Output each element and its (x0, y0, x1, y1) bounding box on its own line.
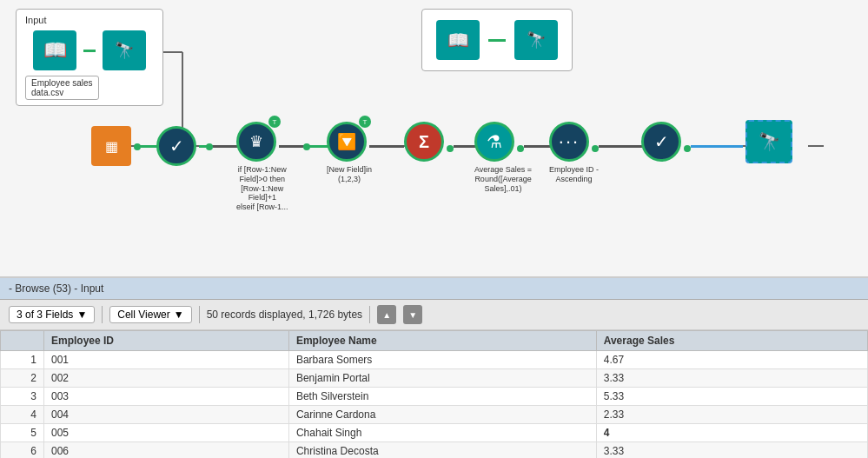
h-connector-4 (279, 145, 303, 148)
table-body: 1001Barbara Somers4.672002Benjamin Porta… (1, 351, 868, 459)
cell-average-sales: 3.33 (596, 369, 867, 388)
node-select1[interactable]: ✓ (156, 126, 196, 166)
top-right-group: 📖 🔭 (421, 9, 573, 71)
cell-record: 3 (1, 388, 44, 406)
browse-icon-2: 🔭 (527, 30, 546, 50)
browse-header: - Browse (53) - Input (0, 278, 868, 300)
filter2-label: [New Field]in(1,2,3) (327, 165, 372, 184)
flask-circle[interactable]: ⚗ (474, 122, 514, 162)
node-browse-input[interactable]: 🔭 (103, 30, 146, 70)
nav-down-button[interactable]: ▼ (403, 305, 422, 324)
cell-record: 1 (1, 351, 44, 369)
cell-average-sales: 3.33 (596, 442, 867, 459)
table-row: 4004Carinne Cardona2.33 (1, 406, 868, 424)
table-row: 5005Chahait Singh4 (1, 424, 868, 442)
filter-icon[interactable]: ▦ (91, 126, 131, 166)
top-right-input-node[interactable]: 📖 (436, 20, 480, 60)
cell-employee-id: 004 (44, 406, 289, 424)
table-row: 1001Barbara Somers4.67 (1, 351, 868, 369)
node-input[interactable]: 📖 (33, 30, 76, 70)
input-group: Input 📖 🔭 Employee sales data.csv (16, 9, 163, 106)
node-summarize[interactable]: Σ (404, 122, 444, 162)
col-header-employee-name[interactable]: Employee Name (288, 331, 596, 351)
node-select2[interactable]: ✓ (641, 122, 681, 162)
h-connector-5 (310, 145, 328, 148)
green-dot-3 (303, 143, 310, 150)
cell-employee-id: 005 (44, 424, 289, 442)
top-connector (488, 39, 506, 42)
crown-icon: ♛ (249, 132, 263, 151)
toolbar-separator-3 (369, 306, 370, 323)
browse-icon-final: 🔭 (759, 131, 780, 152)
toolbar-separator-1 (102, 306, 103, 323)
input-node-icon[interactable]: 📖 (33, 30, 76, 70)
green-dot-4 (447, 145, 454, 152)
check-circle-1[interactable]: ✓ (156, 126, 196, 166)
formula-circle[interactable]: ♛ T (236, 122, 276, 162)
h-connector-1 (141, 145, 158, 148)
browse-dashed-box[interactable]: 🔭 (745, 120, 792, 163)
funnel-icon: 🔽 (337, 132, 356, 151)
input-tooltip-wrapper: Employee sales data.csv (25, 76, 154, 100)
sigma-circle[interactable]: Σ (404, 122, 444, 162)
cell-employee-name: Benjamin Portal (288, 369, 596, 388)
cell-record: 6 (1, 442, 44, 459)
dashed-connector (691, 145, 743, 148)
node-browse-final[interactable]: 🔭 (745, 120, 792, 163)
checkmark-icon-1: ✓ (169, 136, 184, 156)
col-header-average-sales[interactable]: Average Sales (596, 331, 867, 351)
green-dot-5 (517, 145, 524, 152)
cell-employee-name: Christina Decosta (288, 442, 596, 459)
sort-circle[interactable]: ··· (549, 122, 589, 162)
cell-record: 4 (1, 406, 44, 424)
node-sort[interactable]: ··· Employee ID -Ascending (549, 122, 599, 184)
check-circle-2[interactable]: ✓ (641, 122, 681, 162)
book-icon-2: 📖 (447, 30, 469, 50)
flask-icon: ⚗ (487, 131, 502, 152)
cell-record: 5 (1, 424, 44, 442)
t-badge-2: T (359, 116, 371, 128)
browse-header-text: - Browse (53) - Input (9, 282, 103, 295)
cell-average-sales: 4 (596, 424, 867, 442)
input-group-nodes: 📖 🔭 (33, 30, 146, 70)
cell-employee-name: Chahait Singh (288, 424, 596, 442)
toolbar-separator-2 (199, 306, 200, 323)
toolbar: 3 of 3 Fields ▼ Cell Viewer ▼ 50 records… (0, 300, 868, 330)
data-table: Employee ID Employee Name Average Sales … (0, 330, 868, 458)
browse-node-icon[interactable]: 🔭 (103, 30, 146, 70)
input-file-tooltip: Employee sales data.csv (25, 76, 99, 100)
nav-up-button[interactable]: ▲ (377, 305, 396, 324)
checkmark-icon-2: ✓ (654, 131, 669, 152)
col-header-employee-id[interactable]: Employee ID (44, 331, 289, 351)
table-row: 2002Benjamin Portal3.33 (1, 369, 868, 388)
h-connector-7 (454, 145, 475, 148)
col-header-record (1, 331, 44, 351)
cell-employee-id: 001 (44, 351, 289, 369)
table-row: 3003Beth Silverstein5.33 (1, 388, 868, 406)
h-connector-6 (369, 145, 404, 148)
node-filter[interactable]: ▦ (91, 126, 131, 166)
node-formula2[interactable]: ⚗ Average Sales =Round([AverageSales],.0… (474, 122, 532, 193)
cell-viewer-button[interactable]: Cell Viewer ▼ (109, 306, 191, 323)
table-container: Employee ID Employee Name Average Sales … (0, 330, 868, 458)
formula1-label: if [Row-1:NewField]>0 then[Row-1:NewFiel… (236, 165, 288, 212)
cell-average-sales: 4.67 (596, 351, 867, 369)
formula2-label: Average Sales =Round([AverageSales],.01) (474, 165, 532, 193)
filter-circle[interactable]: 🔽 T (327, 122, 367, 162)
cell-average-sales: 5.33 (596, 388, 867, 406)
workflow-canvas: Input 📖 🔭 Employee sales data.csv (0, 0, 868, 278)
dots-icon: ··· (559, 130, 580, 153)
fields-dropdown-button[interactable]: 3 of 3 Fields ▼ (9, 306, 95, 323)
input-group-title: Input (25, 15, 46, 25)
t-badge: T (268, 116, 281, 128)
node-formula1[interactable]: ♛ T if [Row-1:NewField]>0 then[Row-1:New… (236, 122, 288, 212)
top-right-browse-node[interactable]: 🔭 (514, 20, 558, 60)
cell-record: 2 (1, 369, 44, 388)
book-icon: 📖 (43, 39, 67, 62)
cell-average-sales: 2.33 (596, 406, 867, 424)
cell-employee-id: 006 (44, 442, 289, 459)
node-filter2[interactable]: 🔽 T [New Field]in(1,2,3) (327, 122, 372, 184)
browse-icon: 🔭 (115, 41, 134, 60)
connector-line (83, 50, 96, 52)
green-dot-7 (684, 145, 691, 152)
